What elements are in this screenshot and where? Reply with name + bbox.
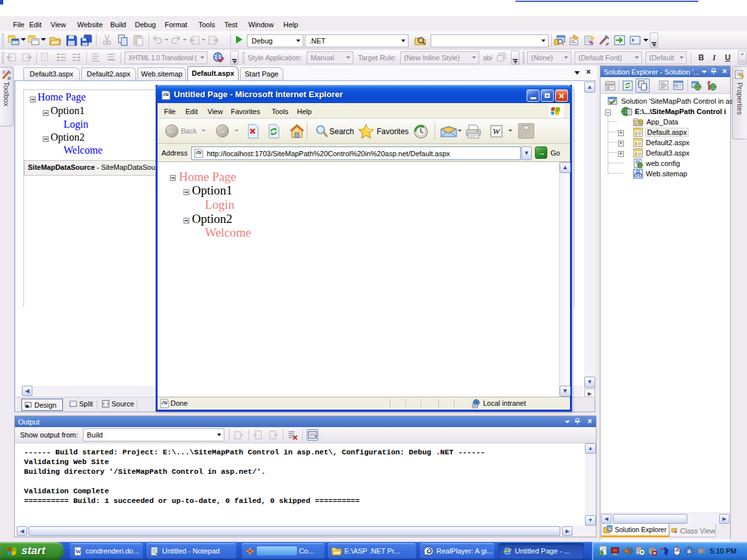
svg-text:W: W	[75, 548, 81, 555]
svg-text:W: W	[493, 126, 501, 136]
